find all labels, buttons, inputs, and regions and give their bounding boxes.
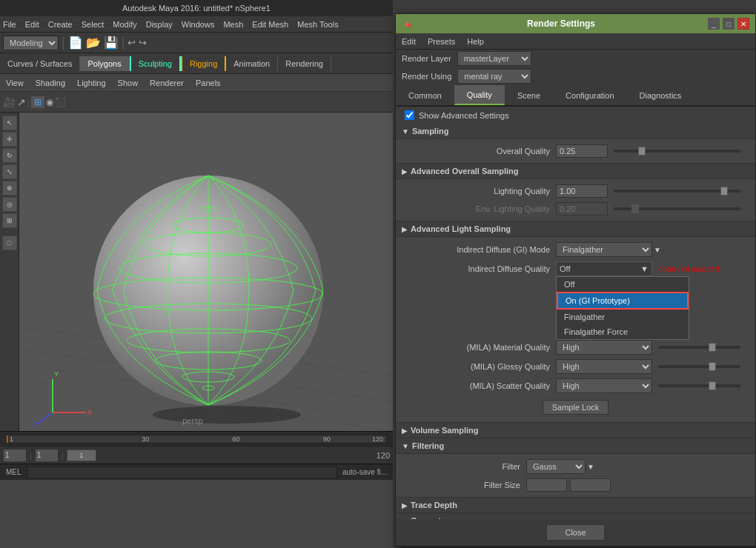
lighting-quality-input[interactable] bbox=[556, 184, 608, 198]
mila-material-select[interactable]: High bbox=[556, 340, 652, 355]
menu-create[interactable]: Create bbox=[48, 20, 73, 29]
tab-scene[interactable]: Scene bbox=[505, 86, 553, 105]
dropdown-option-finalgather-force[interactable]: Finalgather Force bbox=[557, 324, 689, 339]
dropdown-option-finalgather[interactable]: Finalgather bbox=[557, 310, 689, 324]
dialog-titlebar: 🔺 Render Settings _ □ ✕ bbox=[396, 14, 755, 33]
tab-sculpting[interactable]: Sculpting bbox=[130, 56, 181, 71]
move-tool-icon[interactable]: ✛ bbox=[2, 132, 17, 147]
render-settings-dialog: 🔺 Render Settings _ □ ✕ Edit Presets Hel… bbox=[395, 13, 756, 547]
maya-menubar: File Edit Create Select Modify Display W… bbox=[0, 16, 393, 33]
tab-diagnostics[interactable]: Diagnostics bbox=[627, 86, 694, 105]
menu-select[interactable]: Select bbox=[82, 20, 105, 29]
mila-glossy-slider[interactable] bbox=[658, 365, 740, 368]
dialog-menu-help[interactable]: Help bbox=[467, 37, 484, 46]
script-input[interactable] bbox=[27, 467, 336, 478]
dialog-menu-presets[interactable]: Presets bbox=[428, 37, 455, 46]
tab-polygons[interactable]: Polygons bbox=[80, 56, 129, 71]
maximize-button[interactable]: □ bbox=[723, 18, 735, 30]
geometry-header[interactable]: ▶ Geometry bbox=[396, 513, 755, 519]
render-using-select[interactable]: mental ray bbox=[457, 69, 531, 84]
frame-input-2[interactable] bbox=[35, 449, 59, 462]
toolbar-icon-save[interactable]: 💾 bbox=[104, 36, 119, 50]
soft-mod-icon[interactable]: ◎ bbox=[2, 197, 17, 212]
menu-file[interactable]: File bbox=[3, 20, 16, 29]
filter-select[interactable]: Gauss bbox=[526, 459, 586, 474]
toolbar-icon-redo[interactable]: ↪ bbox=[139, 37, 147, 48]
tab-rendering[interactable]: Rendering bbox=[278, 56, 331, 71]
toolbar-icon-undo[interactable]: ↩ bbox=[127, 37, 136, 48]
mila-scatter-select[interactable]: High bbox=[556, 378, 652, 393]
menu-edit[interactable]: Edit bbox=[25, 20, 39, 29]
menu-modify[interactable]: Modify bbox=[113, 20, 136, 29]
panel-menu-lighting[interactable]: Lighting bbox=[77, 78, 106, 87]
show-manipulator-icon[interactable]: ⊞ bbox=[2, 213, 17, 228]
panel-menu-shading[interactable]: Shading bbox=[36, 78, 65, 87]
indirect-diffuse-mode-select[interactable]: Finalgather bbox=[556, 242, 652, 257]
panel-menu-renderer[interactable]: Renderer bbox=[150, 78, 184, 87]
indirect-diffuse-quality-label: Indirect Diffuse Quality bbox=[408, 264, 556, 273]
volume-sampling-header[interactable]: ▶ Volume Sampling bbox=[396, 423, 755, 438]
close-button[interactable]: ✕ bbox=[737, 18, 749, 30]
dialog-menu-edit[interactable]: Edit bbox=[402, 37, 416, 46]
vp-icon-camera[interactable]: 🎥 bbox=[3, 96, 16, 108]
menu-mesh-tools[interactable]: Mesh Tools bbox=[297, 20, 338, 29]
filter-size-y-input[interactable]: 3.000 bbox=[570, 478, 611, 492]
panel-menu-view[interactable]: View bbox=[6, 78, 24, 87]
filtering-title: Filtering bbox=[412, 441, 444, 450]
panel-menu-panels[interactable]: Panels bbox=[196, 78, 221, 87]
dropdown-option-gi-prototype[interactable]: On (GI Prototype) bbox=[557, 292, 689, 310]
overall-quality-row: Overall Quality bbox=[396, 142, 755, 160]
vp-icon-smooth[interactable]: ◉ bbox=[46, 97, 53, 107]
toolbar-icon-new[interactable]: 📄 bbox=[68, 36, 83, 50]
overall-quality-input[interactable] bbox=[556, 144, 608, 158]
menu-mesh[interactable]: Mesh bbox=[223, 20, 243, 29]
rotate-tool-icon[interactable]: ↻ bbox=[2, 148, 17, 163]
mila-material-label: (MILA) Material Quality bbox=[408, 343, 556, 352]
mila-material-slider[interactable] bbox=[658, 346, 740, 349]
show-advanced-row: Show Advanced Settings bbox=[396, 107, 755, 124]
indirect-diffuse-quality-select[interactable]: Off ▼ bbox=[556, 261, 652, 276]
menu-edit-mesh[interactable]: Edit Mesh bbox=[252, 20, 288, 29]
sample-lock-button[interactable]: Sample Lock bbox=[543, 400, 609, 415]
menu-display[interactable]: Display bbox=[146, 20, 173, 29]
frame-input[interactable] bbox=[3, 449, 27, 462]
scale-tool-icon[interactable]: ⤡ bbox=[2, 164, 17, 179]
vp-icon-flat[interactable]: ⬛ bbox=[55, 97, 66, 107]
filter-size-x-input[interactable]: 3.000 bbox=[526, 478, 567, 492]
render-layer-select[interactable]: masterLayer bbox=[457, 51, 531, 66]
tab-curves-surfaces[interactable]: Curves / Surfaces bbox=[0, 56, 80, 71]
sampling-section-header[interactable]: ▼ Sampling bbox=[396, 124, 755, 139]
tab-common[interactable]: Common bbox=[396, 86, 454, 105]
tab-quality[interactable]: Quality bbox=[454, 85, 505, 105]
filtering-header[interactable]: ▼ Filtering bbox=[396, 438, 755, 454]
tab-configuration[interactable]: Configuration bbox=[553, 86, 626, 105]
timeline: 1 30 60 90 120 bbox=[0, 431, 393, 446]
menu-windows[interactable]: Windows bbox=[182, 20, 215, 29]
advanced-light-header[interactable]: ▶ Advanced Light Sampling bbox=[396, 221, 755, 237]
mila-scatter-slider[interactable] bbox=[658, 384, 740, 387]
vp-icon-wire[interactable]: ⊞ bbox=[31, 96, 44, 108]
window-title: Autodesk Maya 2016: untitled* nSphere1 bbox=[122, 4, 271, 13]
vp-icon-select[interactable]: ↗ bbox=[17, 96, 26, 108]
mode-dropdown[interactable]: Modeling bbox=[3, 36, 59, 50]
last-used-icon[interactable]: □ bbox=[2, 235, 17, 250]
tab-rigging[interactable]: Rigging bbox=[181, 56, 226, 71]
timeline-end-label: 120 bbox=[377, 451, 390, 460]
minimize-button[interactable]: _ bbox=[708, 18, 720, 30]
select-tool-icon[interactable]: ↖ bbox=[2, 116, 17, 130]
mila-glossy-select[interactable]: High bbox=[556, 359, 652, 374]
show-advanced-checkbox[interactable] bbox=[405, 110, 414, 120]
overall-quality-slider[interactable] bbox=[614, 150, 740, 153]
advanced-overall-header[interactable]: ▶ Advanced Overall Sampling bbox=[396, 164, 755, 179]
universal-tool-icon[interactable]: ⊕ bbox=[2, 181, 17, 196]
trace-depth-header[interactable]: ▶ Trace Depth bbox=[396, 498, 755, 513]
dialog-close-button[interactable]: Close bbox=[546, 524, 604, 541]
script-lang: MEL bbox=[6, 468, 21, 476]
advanced-light-content: Indirect Diffuse (GI) Mode Finalgather ▼… bbox=[396, 237, 755, 423]
dropdown-option-off[interactable]: Off bbox=[557, 277, 689, 292]
lighting-quality-slider[interactable] bbox=[614, 190, 740, 193]
indirect-diffuse-quality-value: Off bbox=[560, 264, 570, 273]
toolbar-icon-open[interactable]: 📂 bbox=[86, 36, 101, 50]
tab-animation[interactable]: Animation bbox=[226, 56, 278, 71]
panel-menu-show[interactable]: Show bbox=[118, 78, 139, 87]
